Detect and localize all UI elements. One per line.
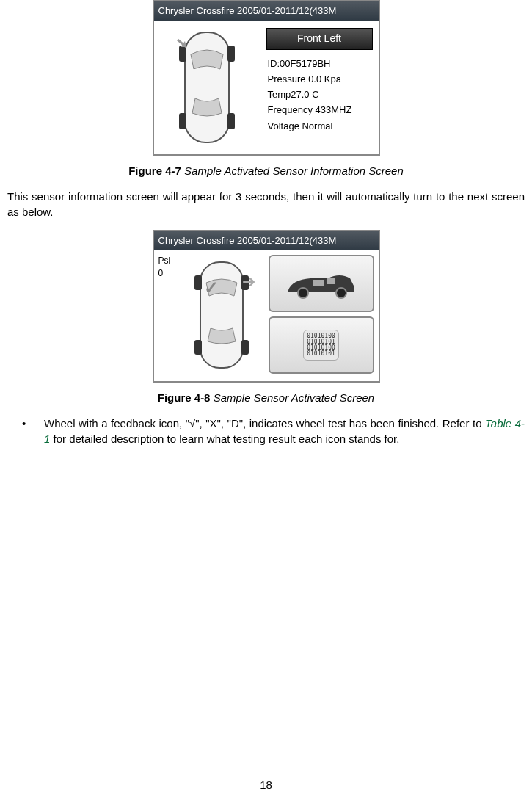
svg-rect-4	[227, 113, 235, 129]
binary-data-button[interactable]: 01010100 01010101 01010100 01010101	[269, 316, 374, 374]
bullet-text: Wheel with a feedback icon, "√", "X", "D…	[44, 416, 525, 446]
device-screen-2: Chrysler Crossfire 2005/01-2011/12(433M …	[153, 230, 380, 383]
sensor-temp: Temp27.0 C	[268, 88, 371, 101]
svg-rect-2	[227, 46, 235, 62]
checkmark-icon: ✓	[204, 275, 219, 300]
sensor-pressure: Pressure 0.0 Kpa	[268, 73, 371, 86]
psi-value: 0	[158, 267, 175, 280]
device-1-right-panel: Front Left ID:00F5179BH Pressure 0.0 Kpa…	[260, 21, 379, 154]
sensor-id: ID:00F5179BH	[268, 57, 371, 70]
device-2-body: Psi 0 ✓ ➔	[154, 250, 379, 381]
svg-rect-9	[194, 340, 202, 355]
psi-column: Psi 0	[158, 253, 175, 377]
sensor-frequency: Frequency 433MHZ	[268, 104, 371, 117]
psi-label: Psi	[158, 255, 175, 267]
figure-4-7-caption: Figure 4-7 Sample Activated Sensor Infor…	[7, 163, 525, 178]
bullet-text-after: for detailed description to learn what t…	[50, 433, 399, 445]
car-top-view-icon-2: ✓ ➔	[178, 253, 266, 377]
figure-number-2: Figure 4-8	[158, 391, 211, 404]
bullet-marker: •	[22, 416, 44, 446]
figure-4-7: Chrysler Crossfire 2005/01-2011/12(433M	[7, 0, 525, 156]
svg-rect-14	[327, 278, 335, 284]
svg-rect-13	[313, 280, 324, 286]
figure-title: Sample Activated Sensor Information Scre…	[181, 164, 404, 177]
svg-rect-0	[185, 32, 229, 142]
figure-4-8: Chrysler Crossfire 2005/01-2011/12(433M …	[7, 230, 525, 383]
bullet-item: • Wheel with a feedback icon, "√", "X", …	[22, 416, 525, 446]
device-title-bar-2: Chrysler Crossfire 2005/01-2011/12(433M	[154, 231, 379, 250]
device-screen-1: Chrysler Crossfire 2005/01-2011/12(433M	[153, 0, 380, 156]
svg-point-12	[336, 288, 346, 298]
page-number: 18	[0, 777, 532, 792]
figure-title-2: Sample Sensor Activated Screen	[210, 391, 374, 404]
svg-rect-7	[194, 275, 202, 290]
paragraph-1: This sensor information screen will appe…	[7, 189, 525, 220]
bullet-text-before: Wheel with a feedback icon, "√", "X", "D…	[44, 417, 485, 430]
sensor-info-block: ID:00F5179BH Pressure 0.0 Kpa Temp27.0 C…	[260, 57, 379, 142]
binary-data-icon: 01010100 01010101 01010100 01010101	[303, 330, 339, 361]
svg-point-11	[298, 288, 308, 298]
car-side-icon	[281, 265, 362, 302]
wheel-position-badge: Front Left	[266, 28, 373, 50]
car-side-button[interactable]	[269, 255, 374, 312]
device-title-bar: Chrysler Crossfire 2005/01-2011/12(433M	[154, 1, 379, 21]
figure-4-8-caption: Figure 4-8 Sample Sensor Activated Scree…	[7, 390, 525, 405]
car-top-view-icon	[154, 21, 260, 154]
arrow-right-icon: ➔	[242, 271, 255, 294]
svg-rect-1	[179, 46, 186, 62]
svg-rect-10	[241, 340, 249, 355]
device-1-body: Front Left ID:00F5179BH Pressure 0.0 Kpa…	[154, 21, 379, 154]
action-icons-column: 01010100 01010101 01010100 01010101	[269, 253, 374, 377]
sensor-voltage: Voltage Normal	[268, 120, 371, 133]
figure-number: Figure 4-7	[128, 164, 181, 177]
svg-rect-3	[179, 113, 186, 129]
